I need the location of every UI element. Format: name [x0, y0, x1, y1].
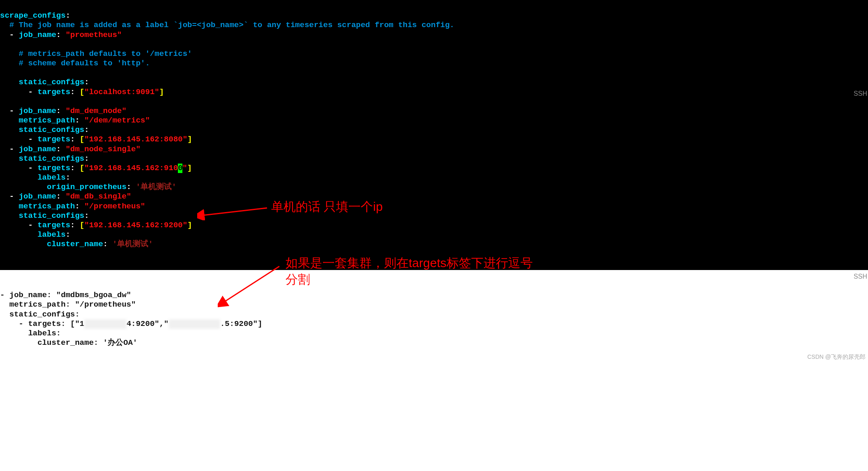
key-job-name: job_name — [9, 291, 47, 300]
comment-scheme: # scheme defaults to 'http'. — [19, 59, 150, 68]
key-scrape-configs: scrape_configs — [0, 11, 66, 20]
key-origin-prometheus: origin_prometheus — [47, 182, 127, 192]
key-targets: targets — [37, 88, 70, 97]
value-job3-name: "dm_node_single" — [66, 145, 140, 154]
comment-metrics-path: # metrics_path defaults to '/metrics' — [19, 49, 192, 58]
value-job2-target: "192.168.145.162:8080" — [84, 135, 187, 144]
key-targets: targets — [28, 319, 61, 328]
key-labels: labels — [28, 329, 56, 338]
list-dash: - — [9, 145, 14, 154]
list-dash: - — [9, 192, 14, 201]
key-job-name: job_name — [19, 30, 56, 39]
list-dash: - — [9, 106, 14, 115]
value-job2-name: "dm_dem_node" — [66, 106, 127, 115]
value-job3-target-a: "192.168.145.162:910 — [84, 164, 178, 173]
ssh-label-light: SSH — [854, 272, 867, 281]
value-job2-mp: "/dem/metrics" — [84, 116, 150, 125]
light-config-block: - job_name: "dmdbms_bgoa_dw" metrics_pat… — [0, 270, 868, 362]
value-job1-target: "localhost:9091" — [84, 88, 159, 97]
t-open: ["1 — [70, 319, 84, 328]
key-static-configs: static_configs — [19, 211, 85, 220]
value-job4-name: "dm_db_single" — [66, 192, 131, 201]
redacted-ip-a: .xxx.xxx. — [84, 319, 127, 329]
key-static-configs: static_configs — [19, 154, 85, 163]
key-targets: targets — [37, 135, 70, 144]
key-metrics-path: metrics_path — [19, 202, 75, 211]
list-dash: - — [19, 319, 23, 328]
value-job5-mp: "/prometheus" — [75, 300, 136, 309]
list-dash: - — [28, 221, 32, 230]
t-mid: 4:9200"," — [127, 319, 169, 328]
list-dash: - — [9, 30, 14, 39]
key-cluster-name: cluster_name — [37, 338, 94, 347]
value-job4-mp: "/prometheus" — [84, 202, 145, 211]
redacted-ip-b: xxx.xxx.xxx — [169, 319, 220, 329]
key-targets: targets — [37, 221, 70, 230]
value-job4-target: "192.168.145.162:9200" — [84, 221, 187, 230]
value-cluster-name-light: '办公OA' — [103, 338, 138, 347]
key-metrics-path: metrics_path — [9, 300, 66, 309]
colon: : — [66, 11, 70, 20]
key-job-name: job_name — [19, 145, 56, 154]
key-job-name: job_name — [19, 192, 56, 201]
key-targets: targets — [37, 164, 70, 173]
list-dash: - — [28, 88, 32, 97]
terminal-config-block: scrape_configs: # The job name is added … — [0, 0, 868, 270]
comment-jobname: # The job name is added as a label `job=… — [9, 21, 454, 30]
value-cluster-name: '单机测试' — [113, 240, 153, 249]
key-static-configs: static_configs — [9, 310, 75, 319]
key-static-configs: static_configs — [19, 78, 85, 87]
list-dash: - — [28, 164, 32, 173]
key-metrics-path: metrics_path — [19, 116, 75, 125]
key-job-name: job_name — [19, 106, 56, 115]
cursor-block: 0 — [178, 164, 182, 173]
t-close: .5:9200"] — [220, 319, 262, 328]
ssh-label-top: SSH — [854, 90, 867, 98]
watermark-credits: CSDN @飞奔的尿壳郎 — [807, 353, 866, 360]
value-origin-prometheus: '单机测试' — [136, 182, 177, 192]
value-job1-name: "prometheus" — [66, 30, 122, 39]
key-static-configs: static_configs — [19, 125, 85, 134]
list-dash: - — [28, 135, 32, 144]
key-labels: labels — [37, 173, 65, 182]
key-cluster-name: cluster_name — [47, 240, 103, 249]
list-dash: - — [0, 291, 5, 300]
value-job3-target-b: " — [182, 164, 187, 173]
value-job5-name: "dmdbms_bgoa_dw" — [56, 291, 131, 300]
key-labels: labels — [37, 230, 65, 239]
